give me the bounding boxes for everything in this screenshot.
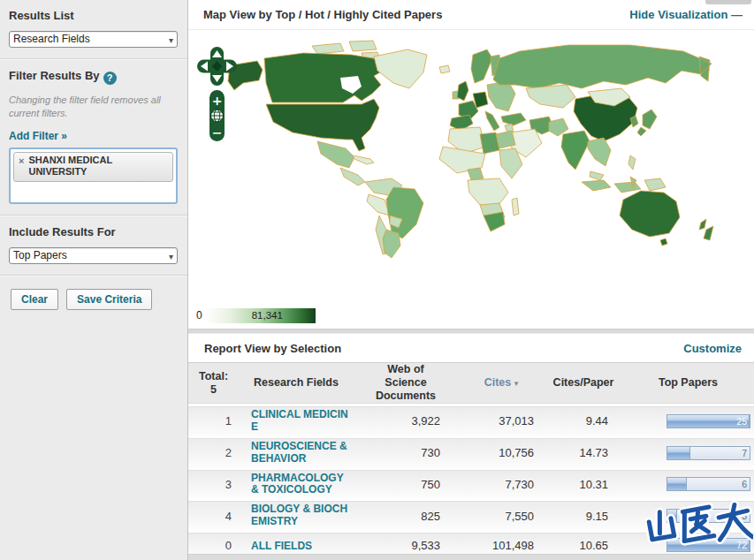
table-row: 1 CLINICAL MEDICINE 3,922 37,013 9.44 25 bbox=[188, 406, 754, 435]
map-region-indonesia[interactable] bbox=[582, 177, 641, 193]
zoom-out-icon[interactable]: − bbox=[212, 125, 223, 140]
map-region-greenland[interactable] bbox=[374, 49, 427, 88]
add-filter-link[interactable]: Add Filter » bbox=[9, 130, 67, 142]
research-field-link[interactable]: ALL FIELDS bbox=[251, 541, 312, 553]
top-papers-bar: 72 bbox=[666, 538, 750, 552]
column-header-documents: Web of Science Documents bbox=[354, 363, 458, 403]
chevron-down-icon: ▾ bbox=[169, 249, 173, 264]
filter-box[interactable]: × SHANXI MEDICAL UNIVERSITY bbox=[9, 148, 178, 204]
map-region-turkey[interactable] bbox=[501, 113, 526, 125]
row-cites: 7,550 bbox=[458, 510, 545, 523]
column-header-cites[interactable]: Cites ▾ bbox=[458, 374, 545, 392]
row-rank: 2 bbox=[188, 446, 239, 459]
top-papers-value: 25 bbox=[736, 416, 747, 427]
map-region-pakistan[interactable] bbox=[549, 118, 568, 136]
map-region-norway-sweden[interactable] bbox=[471, 49, 492, 83]
column-header-total: Total: 5 bbox=[188, 367, 239, 399]
map-region-southeast-asia[interactable] bbox=[588, 138, 611, 166]
row-rank: 3 bbox=[188, 478, 239, 491]
research-field-link[interactable]: PHARMACOLOGY & TOXICOLOGY bbox=[251, 473, 350, 497]
save-criteria-button[interactable]: Save Criteria bbox=[66, 289, 152, 310]
row-rank: 4 bbox=[188, 510, 239, 523]
top-papers-bar-fill bbox=[667, 447, 690, 459]
map-region-central-america[interactable] bbox=[340, 168, 365, 185]
map-region-caribbean[interactable] bbox=[353, 155, 374, 164]
top-papers-bar-fill bbox=[667, 478, 687, 490]
legend-min-label: 0 bbox=[196, 309, 202, 322]
row-cites-per-paper: 9.44 bbox=[545, 414, 622, 428]
include-results-selected-value: Top Papers bbox=[13, 249, 67, 261]
collapse-icon: — bbox=[731, 8, 742, 21]
zoom-in-icon[interactable]: + bbox=[212, 94, 223, 108]
map-region-philippines[interactable] bbox=[628, 155, 636, 170]
column-header-research-fields: Research Fields bbox=[239, 374, 354, 392]
map-region-madagascar[interactable] bbox=[512, 198, 519, 216]
report-header: Report View by Selection Customize bbox=[188, 334, 754, 362]
main-panel: Map View by Top / Hot / Highly Cited Pap… bbox=[188, 0, 754, 560]
map-region-malaysia[interactable] bbox=[590, 171, 604, 180]
row-cites: 37,013 bbox=[458, 414, 545, 428]
hide-visualization-label: Hide Visualization bbox=[629, 8, 727, 21]
map-region-new-guinea[interactable] bbox=[644, 178, 666, 191]
research-field-link[interactable]: NEUROSCIENCE & BEHAVIOR bbox=[251, 441, 350, 465]
row-cites-per-paper: 10.65 bbox=[545, 539, 622, 552]
total-label: Total: bbox=[190, 370, 237, 383]
world-choropleth-map[interactable]: + − bbox=[188, 30, 754, 300]
row-rank: 0 bbox=[188, 539, 239, 552]
column-header-cites-per-paper: Cites/Paper bbox=[545, 374, 622, 392]
map-region-egypt[interactable] bbox=[496, 131, 515, 148]
table-row: 3 PHARMACOLOGY & TOXICOLOGY 750 7,730 10… bbox=[188, 470, 754, 499]
top-papers-value: 7 bbox=[742, 448, 747, 458]
map-region-japan[interactable] bbox=[637, 110, 657, 136]
map-region-canada[interactable] bbox=[264, 53, 385, 102]
map-area: + − bbox=[188, 30, 754, 300]
table-body: 1 CLINICAL MEDICINE 3,922 37,013 9.44 25… bbox=[188, 404, 754, 556]
sort-descending-icon: ▾ bbox=[514, 379, 519, 388]
map-region-uk[interactable] bbox=[457, 81, 468, 101]
table-header-row: Total: 5 Research Fields Web of Science … bbox=[188, 362, 754, 404]
filter-chip-label: SHANXI MEDICAL UNIVERSITY bbox=[28, 155, 161, 179]
filter-chip[interactable]: × SHANXI MEDICAL UNIVERSITY bbox=[13, 152, 173, 183]
map-region-peru[interactable] bbox=[367, 194, 390, 216]
map-region-eastern-europe[interactable] bbox=[487, 81, 515, 111]
map-region-brazil[interactable] bbox=[386, 187, 423, 238]
top-papers-value: 6 bbox=[742, 479, 747, 489]
results-list-selected-value: Research Fields bbox=[13, 33, 90, 45]
row-rank: 1 bbox=[188, 414, 239, 428]
map-region-mexico[interactable] bbox=[317, 141, 354, 168]
clear-button[interactable]: Clear bbox=[11, 289, 58, 310]
globe-icon[interactable] bbox=[211, 110, 224, 122]
top-papers-bar-fill bbox=[667, 510, 677, 522]
include-results-section: Include Results For Top Papers ▾ bbox=[0, 216, 187, 275]
results-list-select[interactable]: Research Fields ▾ bbox=[9, 31, 178, 48]
cites-label: Cites bbox=[484, 376, 512, 389]
chevron-down-icon: ▾ bbox=[169, 33, 173, 48]
hide-visualization-link[interactable]: Hide Visualization — bbox=[629, 8, 742, 21]
map-region-australia[interactable] bbox=[620, 191, 680, 246]
customize-link[interactable]: Customize bbox=[683, 342, 742, 355]
map-region-kazakhstan[interactable] bbox=[526, 85, 575, 108]
row-cites-per-paper: 14.73 bbox=[545, 446, 622, 459]
row-cites-per-paper: 10.31 bbox=[545, 478, 622, 491]
report-table: Total: 5 Research Fields Web of Science … bbox=[188, 362, 754, 559]
remove-filter-icon[interactable]: × bbox=[19, 155, 24, 166]
help-icon[interactable]: ? bbox=[103, 72, 117, 85]
map-region-iceland[interactable] bbox=[439, 65, 450, 73]
research-field-link[interactable]: CLINICAL MEDICINE bbox=[251, 409, 350, 434]
map-header: Map View by Top / Hot / Highly Cited Pap… bbox=[188, 0, 754, 30]
map-region-argentina[interactable] bbox=[383, 230, 400, 258]
map-region-korea[interactable] bbox=[630, 116, 638, 127]
sidebar-buttons: Clear Save Criteria bbox=[0, 276, 187, 322]
top-right-artifact bbox=[705, 0, 751, 4]
research-field-link[interactable]: BIOLOGY & BIOCHEMISTRY bbox=[251, 503, 350, 528]
map-region-russia[interactable] bbox=[493, 45, 712, 88]
include-results-select[interactable]: Top Papers ▾ bbox=[9, 247, 178, 264]
results-list-heading: Results List bbox=[9, 9, 179, 22]
map-region-new-zealand[interactable] bbox=[699, 219, 713, 240]
map-region-italy[interactable] bbox=[485, 111, 499, 131]
map-region-south-africa[interactable] bbox=[484, 212, 505, 231]
map-nav-control[interactable]: + − bbox=[197, 47, 237, 141]
map-region-nigeria[interactable] bbox=[468, 168, 484, 180]
row-documents: 9,533 bbox=[354, 539, 458, 552]
map-region-india[interactable] bbox=[561, 131, 590, 170]
